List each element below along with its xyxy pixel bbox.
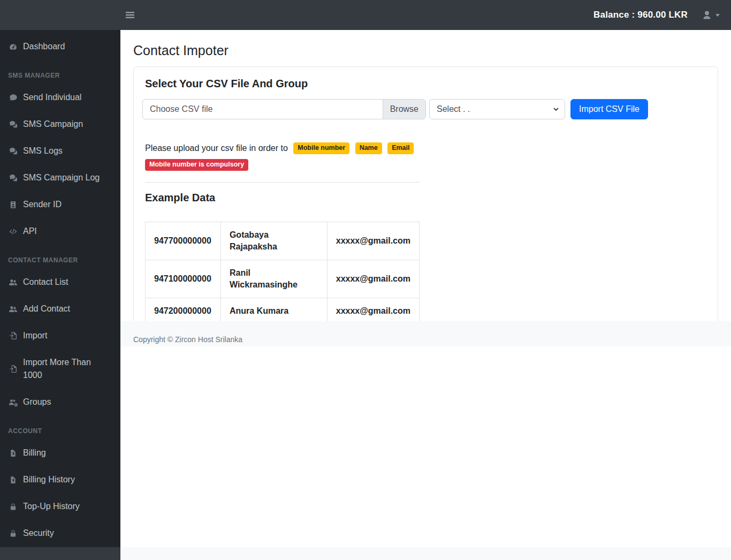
chevron-down-icon [553, 106, 559, 112]
comments-icon [9, 147, 18, 156]
csv-import-card: Select Your CSV File And Group Choose CS… [133, 66, 718, 344]
table-row: 947200000000 Anura Kumara xxxxx@gmail.co… [146, 298, 420, 324]
sidebar: Dashboard SMS MANAGER Send Individual SM… [0, 30, 120, 547]
cell-name: Ranil Wickramasinghe [220, 260, 327, 298]
cell-phone: 947200000000 [146, 298, 221, 324]
cell-name: Anura Kumara [220, 298, 327, 324]
tachometer-icon [9, 42, 18, 51]
copyright-text: Copyright © Zircon Host Srilanka [133, 335, 242, 344]
comments-icon [9, 120, 18, 129]
sidebar-section-contact-manager: CONTACT MANAGER [0, 245, 120, 269]
file-input-placeholder: Choose CSV file [143, 100, 383, 119]
file-import-icon [9, 365, 18, 374]
cell-email: xxxxx@gmail.com [327, 260, 419, 298]
users-gear-icon [9, 398, 18, 407]
table-row: 947700000000 Gotabaya Rajapaksha xxxxx@g… [146, 222, 420, 260]
file-invoice-dollar-icon [9, 475, 18, 485]
sidebar-item-billing-history[interactable]: Billing History [0, 466, 120, 493]
badge-name: Name [355, 142, 382, 154]
sidebar-item-contact-list[interactable]: Contact List [0, 269, 120, 296]
code-icon [9, 227, 18, 236]
id-badge-icon [9, 200, 18, 209]
cell-email: xxxxx@gmail.com [327, 222, 419, 260]
cell-name: Gotabaya Rajapaksha [220, 222, 327, 260]
sidebar-item-sms-logs[interactable]: SMS Logs [0, 138, 120, 164]
user-icon [702, 10, 712, 20]
page-footer: Copyright © Zircon Host Srilanka [120, 321, 731, 346]
cell-phone: 947700000000 [146, 222, 221, 260]
badge-mobile-number: Mobile number [293, 142, 349, 154]
sidebar-item-import[interactable]: Import [0, 322, 120, 349]
example-data-title: Example Data [145, 192, 420, 204]
sidebar-item-api[interactable]: API [0, 218, 120, 245]
sidebar-item-dashboard[interactable]: Dashboard [0, 33, 120, 60]
sidebar-item-import-more-than-1000[interactable]: Import More Than 1000 [0, 349, 120, 389]
sidebar-item-top-up-history[interactable]: Top-Up History [0, 493, 120, 520]
file-input[interactable]: Choose CSV file Browse [142, 99, 426, 119]
sidebar-item-add-contact[interactable]: Add Contact [0, 296, 120, 322]
cell-phone: 947100000000 [146, 260, 221, 298]
divider [145, 182, 420, 183]
sidebar-item-send-individual[interactable]: Send Individual [0, 84, 120, 111]
badge-mobile-compulsory: Mobile number is compulsory [145, 159, 248, 171]
menu-toggle-button[interactable] [124, 9, 136, 21]
main-content: Contact Impoter Select Your CSV File And… [120, 30, 731, 547]
group-select-value: Select . . [437, 104, 470, 113]
table-row: 947100000000 Ranil Wickramasinghe xxxxx@… [146, 260, 420, 298]
instructions-column: Please upload your csv file in order to … [145, 142, 420, 324]
cell-email: xxxxx@gmail.com [327, 298, 419, 324]
sidebar-item-security[interactable]: Security [0, 520, 120, 547]
group-select[interactable]: Select . . [429, 99, 565, 119]
app-window: Balance : 960.00 LKR Dashboard SMS MANAG… [0, 0, 731, 560]
lock-icon [9, 529, 18, 538]
upload-note-text: Please upload your csv file in order to [145, 143, 288, 153]
topbar: Balance : 960.00 LKR [0, 0, 731, 30]
lock-icon [9, 502, 18, 511]
comment-icon [9, 93, 18, 102]
sidebar-item-sms-campaign-log[interactable]: SMS Campaign Log [0, 164, 120, 191]
sidebar-section-account: ACCOUNT [0, 415, 120, 440]
sidebar-item-billing[interactable]: Billing [0, 440, 120, 466]
import-form-row: Choose CSV file Browse Select . . Import… [142, 99, 709, 119]
badge-email: Email [387, 142, 414, 154]
example-data-table: 947700000000 Gotabaya Rajapaksha xxxxx@g… [145, 222, 420, 324]
users-icon [9, 278, 18, 287]
sidebar-section-sms-manager: SMS MANAGER [0, 60, 120, 84]
comments-icon [9, 173, 18, 183]
content-bottom-strip [120, 547, 731, 560]
hamburger-icon [126, 11, 134, 19]
sidebar-item-sms-campaign[interactable]: SMS Campaign [0, 111, 120, 138]
card-title: Select Your CSV File And Group [145, 78, 709, 90]
file-invoice-dollar-icon [9, 449, 18, 458]
page-title: Contact Impoter [133, 43, 718, 58]
import-csv-button[interactable]: Import CSV File [570, 99, 648, 119]
sidebar-bottom-strip [0, 547, 120, 560]
browse-button[interactable]: Browse [383, 100, 425, 119]
sidebar-item-sender-id[interactable]: Sender ID [0, 191, 120, 218]
users-icon [9, 305, 18, 314]
balance-text: Balance : 960.00 LKR [593, 10, 688, 20]
user-menu-button[interactable] [702, 10, 720, 20]
caret-down-icon [715, 12, 720, 18]
file-import-icon [9, 331, 18, 340]
sidebar-item-groups[interactable]: Groups [0, 389, 120, 415]
